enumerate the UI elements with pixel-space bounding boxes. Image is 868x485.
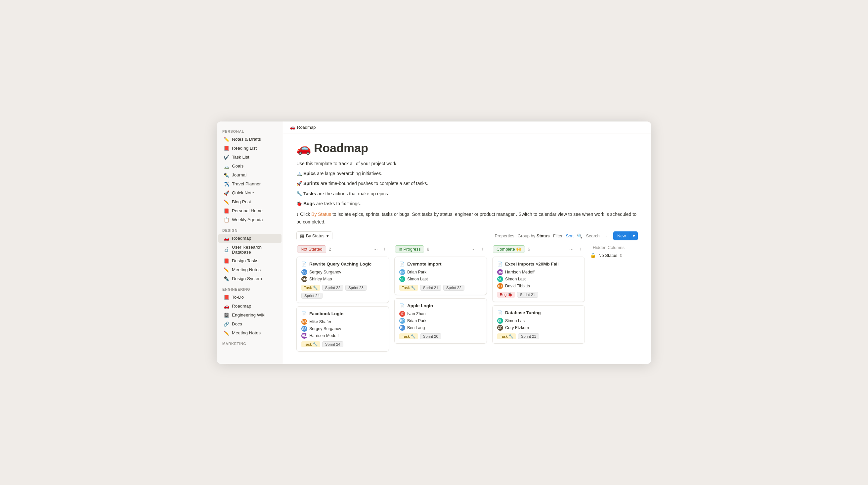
sidebar-item-design-system[interactable]: ✒️Design System	[218, 275, 281, 283]
kanban-card[interactable]: 📄Apple LoginIZIvan ZhaoBPBrian ParkBLBen…	[394, 298, 487, 344]
sidebar-item-label: Travel Planner	[232, 181, 261, 187]
card-person: SLSimon Last	[497, 318, 580, 324]
by-status-button[interactable]: ▦ By Status ▾	[297, 231, 333, 240]
sidebar-item-reading-list[interactable]: 📕Reading List	[218, 144, 281, 153]
avatar: HM	[301, 333, 307, 339]
topbar: 🚗 Roadmap	[283, 121, 651, 134]
sidebar-item-label: Goals	[232, 164, 244, 169]
kanban-card[interactable]: 📄Rewrite Query Caching LogicSSSergey Sur…	[297, 257, 389, 303]
kanban-card[interactable]: 📄Database TuningSLSimon LastCECory Etzko…	[492, 305, 585, 344]
kanban-card[interactable]: 📄Excel Imports >20Mb FailHMHarrison Medo…	[492, 257, 585, 302]
sidebar-icon: ✏️	[224, 331, 229, 336]
sidebar-item-label: Notes & Drafts	[232, 137, 261, 142]
sidebar-icon: 🚗	[224, 304, 229, 309]
sidebar-icon: ✏️	[224, 137, 229, 142]
kanban-card[interactable]: 📄Evernote ImportBPBrian ParkSLSimon Last…	[394, 257, 487, 295]
main-area: 🚗 Roadmap 🚗 Roadmap Use this template to…	[283, 121, 651, 364]
col-actions: ··· ＋	[568, 245, 584, 253]
sidebar-item-blog-post[interactable]: ✏️Blog Post	[218, 198, 281, 206]
personal-section-label: PERSONAL	[217, 125, 283, 135]
view-icon: ▦	[300, 233, 304, 238]
kanban-card[interactable]: 📄Facebook LoginMSMike ShaferSSSergey Sur…	[297, 306, 389, 351]
card-tags: Task 🔧Sprint 21	[497, 333, 580, 339]
col-add-btn[interactable]: ＋	[576, 245, 584, 253]
sort-button[interactable]: Sort	[566, 233, 574, 238]
col-add-btn[interactable]: ＋	[380, 245, 389, 253]
bullet-tasks: 🔧 Tasks are the actions that make up epi…	[297, 190, 638, 197]
card-person: HMHarrison Medoff	[301, 333, 384, 339]
no-status-section: 🔒 No Status 0	[590, 253, 637, 258]
sidebar-item-journal[interactable]: ✒️Journal	[218, 171, 281, 179]
engineering-section-label: ENGINEERING	[217, 283, 283, 293]
person-name: David Tibbitts	[505, 284, 530, 288]
card-person: BPBrian Park	[399, 318, 482, 324]
sidebar-item-label: Roadmap	[232, 236, 251, 241]
sidebar-item-roadmap[interactable]: 🚗Roadmap	[218, 302, 281, 311]
sidebar-item-notes-&-drafts[interactable]: ✏️Notes & Drafts	[218, 135, 281, 144]
new-button-caret: ▾	[630, 231, 638, 240]
avatar: BP	[399, 269, 405, 275]
sidebar-icon: ✒️	[224, 172, 229, 178]
page-description: Use this template to track all of your p…	[297, 160, 638, 167]
col-add-btn[interactable]: ＋	[478, 245, 486, 253]
search-icon[interactable]: 🔍	[577, 233, 583, 239]
bullet-epics: 🏔️ Epics are large overarching initiativ…	[297, 170, 638, 177]
avatar: HM	[497, 269, 503, 275]
avatar: BP	[399, 318, 405, 324]
card-tags: Task 🔧Sprint 21Sprint 22	[399, 285, 482, 291]
sidebar-item-docs[interactable]: 🔗Docs	[218, 320, 281, 329]
card-person: BLBen Lang	[399, 325, 482, 331]
sidebar-item-to-do[interactable]: 📕To-Do	[218, 293, 281, 302]
card-tags: Bug 🐞Sprint 21	[497, 292, 580, 297]
sidebar-item-roadmap[interactable]: 🚗Roadmap	[218, 234, 281, 242]
search-button[interactable]: Search	[586, 233, 599, 238]
sidebar-item-personal-home[interactable]: 📕Personal Home	[218, 206, 281, 215]
more-options-button[interactable]: ···	[603, 232, 610, 240]
sidebar-item-design-tasks[interactable]: 📕Design Tasks	[218, 257, 281, 265]
sidebar: PERSONAL ✏️Notes & Drafts📕Reading List✔️…	[217, 121, 283, 364]
col-count-not-started: 2	[329, 247, 331, 252]
page-title-text: Roadmap	[314, 141, 368, 155]
sidebar-item-quick-note[interactable]: 🚀Quick Note	[218, 189, 281, 197]
col-more-btn[interactable]: ···	[372, 246, 379, 253]
person-name: Brian Park	[407, 318, 426, 323]
sidebar-item-task-list[interactable]: ✔️Task List	[218, 153, 281, 162]
sidebar-item-label: Personal Home	[232, 208, 262, 213]
sidebar-item-travel-planner[interactable]: ✈️Travel Planner	[218, 180, 281, 189]
card-doc-icon: 📄	[399, 303, 405, 308]
sidebar-item-user-research-database[interactable]: 🔬User Research Database	[218, 243, 281, 256]
card-tags: Task 🔧Sprint 24	[301, 341, 384, 347]
sidebar-item-weekly-agenda[interactable]: 📋Weekly Agenda	[218, 216, 281, 224]
sidebar-item-goals[interactable]: 🏔️Goals	[218, 162, 281, 171]
col-more-btn[interactable]: ···	[568, 246, 575, 253]
sidebar-item-meeting-notes[interactable]: ✏️Meeting Notes	[218, 329, 281, 337]
person-name: Sergey Surganov	[309, 326, 341, 331]
sidebar-item-label: Design Tasks	[232, 258, 258, 263]
avatar: MS	[301, 319, 307, 325]
new-button[interactable]: New ▾	[613, 231, 638, 240]
col-count-complete: 6	[528, 247, 530, 252]
sidebar-icon: ✈️	[224, 181, 229, 187]
avatar: SL	[399, 276, 405, 282]
sprint-tag: Sprint 22	[322, 285, 343, 291]
sprint-tag: Sprint 24	[301, 293, 322, 298]
properties-button[interactable]: Properties	[495, 233, 515, 238]
card-doc-icon: 📄	[301, 311, 307, 316]
sidebar-item-meeting-notes[interactable]: ✏️Meeting Notes	[218, 265, 281, 274]
card-tag-task: Task 🔧	[399, 285, 418, 291]
kanban-board: Not Started 2 ··· ＋ 📄Rewrite Query Cachi…	[297, 245, 638, 358]
col-more-btn[interactable]: ···	[470, 246, 477, 253]
filter-button[interactable]: Filter	[553, 233, 563, 238]
sidebar-item-label: Quick Note	[232, 190, 254, 195]
sprint-tag: Sprint 24	[322, 341, 343, 347]
sidebar-item-engineering-wiki[interactable]: 📓Engineering Wiki	[218, 311, 281, 319]
sprint-tag: Sprint 21	[518, 333, 539, 339]
no-status-count: 0	[620, 253, 622, 258]
card-tags: Task 🔧Sprint 22Sprint 23Sprint 24	[301, 285, 384, 298]
hidden-columns-label: Hidden Columns	[593, 245, 637, 250]
sidebar-icon: 📕	[224, 146, 229, 151]
sidebar-icon: 📓	[224, 313, 229, 318]
person-name: Sergey Surganov	[309, 270, 341, 275]
sidebar-icon: 🔗	[224, 321, 229, 327]
person-name: Simon Last	[407, 277, 428, 281]
